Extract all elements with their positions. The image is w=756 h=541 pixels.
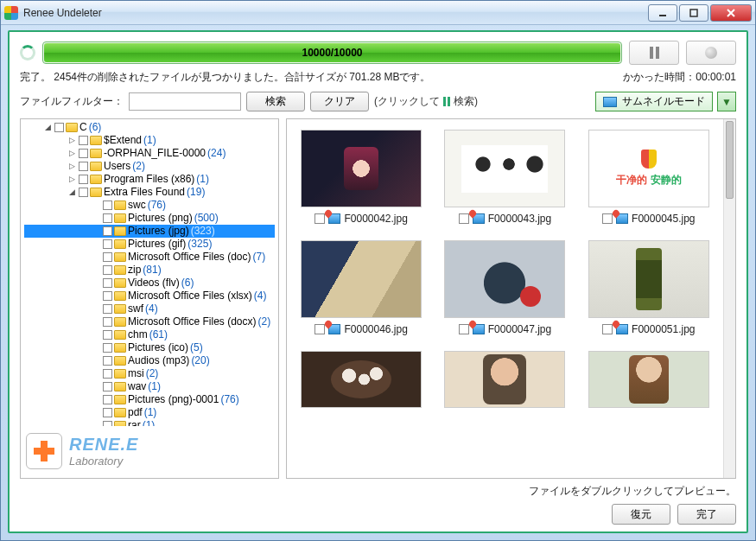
- tree-node[interactable]: Pictures (png)-0001 (76): [24, 393, 275, 406]
- tree-node[interactable]: swf (4): [24, 302, 275, 315]
- tree-node[interactable]: Pictures (gif) (325): [24, 238, 275, 251]
- tree-node[interactable]: ◢ Extra Files Found (19): [24, 186, 275, 199]
- expander-icon[interactable]: ◢: [43, 123, 53, 132]
- thumbnail-item[interactable]: 干净的 安静的F0000045.jpg: [581, 130, 716, 225]
- tree-checkbox[interactable]: [103, 200, 112, 210]
- thumbnail-item[interactable]: F0000046.jpg: [294, 240, 429, 335]
- tree-node[interactable]: zip (81): [24, 264, 275, 277]
- tree-checkbox[interactable]: [103, 213, 112, 223]
- thumbnail-image[interactable]: [588, 240, 709, 318]
- tree-checkbox[interactable]: [103, 395, 112, 404]
- tree-node[interactable]: ▷ Program Files (x86) (1): [24, 173, 275, 186]
- expander-icon[interactable]: [92, 278, 101, 288]
- search-button[interactable]: 検索: [246, 92, 305, 111]
- thumbnail-image[interactable]: [301, 351, 422, 408]
- tree-checkbox[interactable]: [103, 252, 112, 262]
- tree-checkbox[interactable]: [103, 369, 112, 379]
- expander-icon[interactable]: [92, 408, 101, 417]
- pause-button[interactable]: [629, 41, 679, 65]
- expander-icon[interactable]: ▷: [67, 149, 77, 158]
- thumbnail-scrollbar[interactable]: [723, 119, 735, 478]
- file-tree[interactable]: ◢ C (6)▷ $Extend (1)▷ -ORPHAN_FILE-0000 …: [21, 119, 278, 426]
- tree-node[interactable]: Pictures (jpg) (323): [24, 225, 275, 238]
- tree-checkbox[interactable]: [103, 226, 112, 236]
- expander-icon[interactable]: [92, 382, 101, 391]
- thumbnail-checkbox[interactable]: [459, 213, 469, 224]
- tree-checkbox[interactable]: [103, 356, 112, 366]
- expander-icon[interactable]: [92, 395, 101, 404]
- thumbnail-checkbox[interactable]: [314, 213, 325, 224]
- tree-checkbox[interactable]: [103, 330, 112, 340]
- done-button[interactable]: 完了: [677, 504, 736, 525]
- expander-icon[interactable]: ▷: [67, 162, 77, 171]
- tree-node[interactable]: pdf (1): [24, 406, 275, 419]
- expander-icon[interactable]: [92, 213, 101, 223]
- thumbnail-image[interactable]: [444, 351, 565, 408]
- tree-checkbox[interactable]: [103, 421, 112, 426]
- thumbnail-item[interactable]: F0000042.jpg: [294, 130, 429, 225]
- thumbnail-image[interactable]: 干净的 安静的: [588, 130, 709, 207]
- thumbnail-checkbox[interactable]: [602, 324, 613, 334]
- thumbnail-image[interactable]: [301, 240, 422, 318]
- thumbnail-item[interactable]: F0000047.jpg: [437, 240, 572, 335]
- tree-node[interactable]: Pictures (ico) (5): [24, 341, 275, 354]
- expander-icon[interactable]: ▷: [67, 136, 77, 145]
- tree-checkbox[interactable]: [103, 291, 112, 301]
- expander-icon[interactable]: [92, 200, 101, 210]
- filter-input[interactable]: [129, 92, 241, 111]
- tree-node[interactable]: rar (1): [24, 419, 275, 426]
- thumbnail-item[interactable]: F0000043.jpg: [437, 130, 572, 225]
- tree-checkbox[interactable]: [54, 123, 64, 132]
- thumbnail-item[interactable]: [294, 351, 429, 408]
- tree-checkbox[interactable]: [79, 175, 88, 184]
- tree-checkbox[interactable]: [103, 239, 112, 249]
- thumbnail-checkbox[interactable]: [314, 324, 325, 334]
- expander-icon[interactable]: [92, 239, 101, 249]
- tree-checkbox[interactable]: [103, 265, 112, 275]
- clear-button[interactable]: クリア: [310, 92, 369, 111]
- tree-checkbox[interactable]: [103, 317, 112, 327]
- expander-icon[interactable]: [92, 356, 101, 366]
- thumbnail-checkbox[interactable]: [602, 213, 613, 224]
- tree-checkbox[interactable]: [103, 408, 112, 417]
- expander-icon[interactable]: [92, 369, 101, 379]
- maximize-button[interactable]: [679, 4, 708, 22]
- tree-checkbox[interactable]: [103, 382, 112, 391]
- tree-node[interactable]: Audios (mp3) (20): [24, 354, 275, 367]
- tree-node[interactable]: ◢ C (6): [24, 121, 275, 134]
- tree-node[interactable]: Microsoft Office Files (doc) (7): [24, 251, 275, 264]
- thumbnail-image[interactable]: [588, 351, 709, 408]
- tree-node[interactable]: msi (2): [24, 367, 275, 380]
- tree-checkbox[interactable]: [79, 149, 88, 158]
- thumbnail-mode-dropdown[interactable]: ▼: [717, 92, 736, 111]
- tree-node[interactable]: Microsoft Office Files (docx) (2): [24, 315, 275, 328]
- expander-icon[interactable]: [92, 226, 101, 236]
- tree-node[interactable]: Videos (flv) (6): [24, 277, 275, 290]
- expander-icon[interactable]: [92, 291, 101, 301]
- minimize-button[interactable]: [648, 4, 677, 22]
- thumbnail-image[interactable]: [444, 130, 565, 207]
- expander-icon[interactable]: [92, 265, 101, 275]
- tree-checkbox[interactable]: [79, 188, 88, 197]
- expander-icon[interactable]: [92, 421, 101, 426]
- tree-node[interactable]: Microsoft Office Files (xlsx) (4): [24, 290, 275, 302]
- thumbnail-mode-button[interactable]: サムネイルモード: [595, 92, 713, 111]
- tree-node[interactable]: Pictures (png) (500): [24, 212, 275, 225]
- tree-node[interactable]: ▷ $Extend (1): [24, 134, 275, 147]
- expander-icon[interactable]: [92, 330, 101, 340]
- expander-icon[interactable]: [92, 252, 101, 262]
- tree-checkbox[interactable]: [79, 136, 88, 145]
- thumbnail-item[interactable]: [437, 351, 572, 408]
- tree-checkbox[interactable]: [103, 343, 112, 353]
- thumbnail-item[interactable]: F0000051.jpg: [581, 240, 716, 335]
- thumbnail-image[interactable]: [301, 130, 422, 207]
- tree-node[interactable]: ▷ -ORPHAN_FILE-0000 (24): [24, 147, 275, 160]
- tree-checkbox[interactable]: [103, 278, 112, 288]
- expander-icon[interactable]: [92, 317, 101, 327]
- stop-button[interactable]: [686, 41, 736, 65]
- expander-icon[interactable]: ◢: [67, 188, 77, 197]
- tree-checkbox[interactable]: [103, 304, 112, 314]
- tree-node[interactable]: ▷ Users (2): [24, 160, 275, 173]
- expander-icon[interactable]: ▷: [67, 175, 77, 184]
- tree-node[interactable]: chm (61): [24, 328, 275, 341]
